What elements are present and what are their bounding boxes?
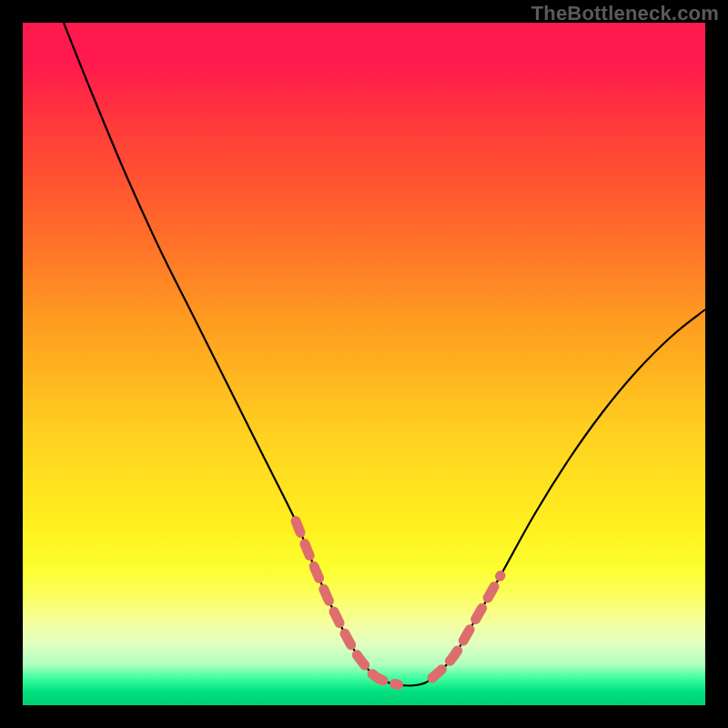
- highlight-left-path: [296, 521, 399, 685]
- plot-area: [23, 23, 705, 705]
- chart-frame: TheBottleneck.com: [0, 0, 728, 728]
- curve-layer: [23, 23, 705, 705]
- highlight-right-path: [432, 576, 500, 679]
- bottleneck-curve-path: [64, 23, 705, 686]
